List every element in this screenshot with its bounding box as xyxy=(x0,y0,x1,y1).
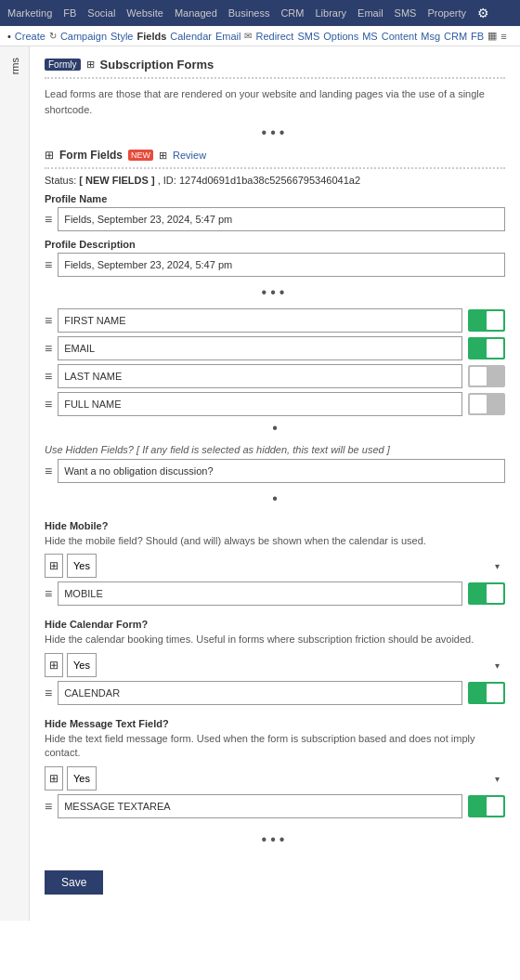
sub-nav-sms[interactable]: SMS xyxy=(297,31,319,42)
hide-message-section: Hide Message Text Field? Hide the text f… xyxy=(45,718,505,818)
sub-nav-fb[interactable]: FB xyxy=(471,31,484,42)
profile-name-label: Profile Name xyxy=(45,193,505,204)
toggle-message[interactable] xyxy=(468,795,505,817)
drag-handle-calendar[interactable]: ≡ xyxy=(45,686,52,700)
profile-description-input[interactable] xyxy=(58,253,505,277)
field-name-lastname: LAST NAME xyxy=(58,364,462,388)
hide-message-desc: Hide the text field message form. Used w… xyxy=(45,732,505,761)
review-link[interactable]: Review xyxy=(173,150,206,161)
toggle-lastname[interactable] xyxy=(468,365,505,387)
dots-divider-3: ••• xyxy=(45,831,505,848)
review-icon: ⊞ xyxy=(159,150,167,162)
drag-handle-lastname[interactable]: ≡ xyxy=(45,369,52,384)
sub-nav-redirect[interactable]: Redirect xyxy=(255,31,293,42)
grid-icon: ▦ xyxy=(488,30,497,42)
drag-handle-message[interactable]: ≡ xyxy=(45,799,52,814)
sub-nav-options[interactable]: Options xyxy=(323,31,358,42)
dot-divider-1: • xyxy=(45,420,505,437)
calendar-field-row: ≡ CALENDAR xyxy=(45,681,505,705)
toggle-firstname[interactable] xyxy=(468,309,505,332)
profile-name-row: ≡ xyxy=(45,207,505,231)
hide-calendar-desc: Hide the calendar booking times. Useful … xyxy=(45,633,505,647)
nav-crm[interactable]: CRM xyxy=(280,7,304,19)
section-header: Formly ⊞ Subscription Forms xyxy=(45,58,505,72)
nav-sms[interactable]: SMS xyxy=(395,7,417,19)
drag-handle-hidden[interactable]: ≡ xyxy=(45,464,52,478)
nav-website[interactable]: Website xyxy=(126,7,163,19)
toggle-mobile[interactable] xyxy=(468,582,505,605)
mobile-field-row: ≡ MOBILE xyxy=(45,581,505,606)
hide-mobile-select-wrapper: Yes No xyxy=(67,554,505,578)
field-row-firstname: ≡ FIRST NAME xyxy=(45,308,505,333)
dots-divider-2: ••• xyxy=(45,284,505,301)
hide-message-plus-btn[interactable]: ⊞ xyxy=(45,766,63,791)
field-name-firstname: FIRST NAME xyxy=(58,308,462,333)
hide-calendar-title: Hide Calendar Form? xyxy=(45,619,505,630)
formly-badge[interactable]: Formly xyxy=(45,59,81,71)
sub-nav-email[interactable]: Email xyxy=(215,31,241,42)
nav-email[interactable]: Email xyxy=(358,7,384,19)
hide-calendar-select-row: ⊞ Yes No xyxy=(45,653,505,677)
sub-nav-msg[interactable]: Msg xyxy=(421,31,440,42)
drag-handle-profile-desc[interactable]: ≡ xyxy=(45,257,52,272)
top-navigation: Marketing FB Social Website Managed Busi… xyxy=(0,0,520,26)
field-name-email: EMAIL xyxy=(58,336,462,360)
drag-handle-email[interactable]: ≡ xyxy=(45,341,52,356)
lead-forms-description: Lead forms are those that are rendered o… xyxy=(45,86,505,117)
sidebar-label: rms xyxy=(9,58,20,74)
hide-mobile-plus-btn[interactable]: ⊞ xyxy=(45,554,63,578)
nav-managed[interactable]: Managed xyxy=(175,7,217,19)
sub-nav-campaign[interactable]: Campaign xyxy=(60,31,107,42)
drag-handle-profile-name[interactable]: ≡ xyxy=(45,212,52,227)
status-value: [ NEW FIELDS ] xyxy=(79,175,154,186)
nav-business[interactable]: Business xyxy=(228,7,270,19)
toggle-fullname[interactable] xyxy=(468,393,505,415)
profile-description-label: Profile Description xyxy=(45,239,505,250)
message-field-row: ≡ MESSAGE TEXTAREA xyxy=(45,794,505,818)
sub-nav-style[interactable]: Style xyxy=(110,31,133,42)
new-badge: NEW xyxy=(128,150,153,161)
profile-name-input[interactable] xyxy=(58,207,505,231)
field-row-email: ≡ EMAIL xyxy=(45,336,505,360)
sub-nav-ms[interactable]: MS xyxy=(362,31,378,42)
field-name-message: MESSAGE TEXTAREA xyxy=(58,794,462,818)
save-button[interactable]: Save xyxy=(45,870,103,895)
toggle-calendar[interactable] xyxy=(468,682,505,704)
sub-nav-crm[interactable]: CRM xyxy=(444,31,467,42)
status-prefix: Status: xyxy=(45,175,76,186)
sub-nav-fields[interactable]: Fields xyxy=(137,31,167,42)
hide-calendar-select[interactable]: Yes No xyxy=(67,653,97,677)
id-prefix: , ID: xyxy=(158,175,176,186)
gear-icon[interactable]: ⚙ xyxy=(477,6,489,20)
sub-nav-calendar[interactable]: Calendar xyxy=(170,31,212,42)
form-fields-title: Form Fields xyxy=(59,149,123,162)
status-row: Status: [ NEW FIELDS ] , ID: 1274d0691d1… xyxy=(45,175,505,186)
sub-nav-content[interactable]: Content xyxy=(382,31,418,42)
toggle-email[interactable] xyxy=(468,337,505,359)
sub-nav-bullet: • xyxy=(7,31,11,42)
nav-social[interactable]: Social xyxy=(87,7,115,19)
profile-name-group: Profile Name ≡ xyxy=(45,193,505,231)
hide-calendar-select-wrapper: Yes No xyxy=(67,653,505,677)
subscription-icon: ⊞ xyxy=(86,59,95,71)
section-title: Subscription Forms xyxy=(100,58,214,72)
sub-nav-create[interactable]: Create xyxy=(15,31,46,42)
drag-handle-fullname[interactable]: ≡ xyxy=(45,397,52,412)
hide-mobile-section: Hide Mobile? Hide the mobile field? Shou… xyxy=(45,520,505,606)
hide-calendar-plus-btn[interactable]: ⊞ xyxy=(45,653,63,677)
section-divider-top xyxy=(45,77,505,79)
nav-fb[interactable]: FB xyxy=(63,7,76,19)
hide-mobile-select[interactable]: Yes No xyxy=(67,554,97,578)
drag-handle-mobile[interactable]: ≡ xyxy=(45,586,52,601)
nav-property[interactable]: Property xyxy=(427,7,466,19)
list-icon: ≡ xyxy=(500,31,506,42)
hidden-field-input[interactable] xyxy=(58,459,505,483)
plus-icon: ⊞ xyxy=(45,149,54,162)
nav-marketing[interactable]: Marketing xyxy=(7,7,52,19)
nav-library[interactable]: Library xyxy=(315,7,346,19)
hide-mobile-select-row: ⊞ Yes No xyxy=(45,554,505,578)
form-fields-list: ≡ FIRST NAME ≡ EMAIL ≡ LAST NAME ≡ FULL … xyxy=(45,308,505,416)
field-name-calendar: CALENDAR xyxy=(58,681,462,705)
hide-message-select[interactable]: Yes No xyxy=(67,766,97,791)
drag-handle-firstname[interactable]: ≡ xyxy=(45,313,52,328)
